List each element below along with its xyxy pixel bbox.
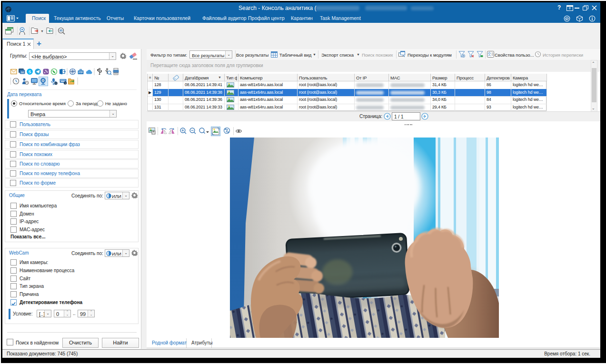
svg-text:API: API xyxy=(566,18,568,20)
svg-text:FTP: FTP xyxy=(79,71,83,74)
svg-text:S: S xyxy=(28,69,31,74)
svg-text:i: i xyxy=(65,82,65,85)
svg-text:IM: IM xyxy=(21,71,24,74)
svg-text:i: i xyxy=(56,82,56,85)
svg-text:ID: ID xyxy=(60,29,63,32)
svg-text:HTTP: HTTP xyxy=(70,71,75,73)
